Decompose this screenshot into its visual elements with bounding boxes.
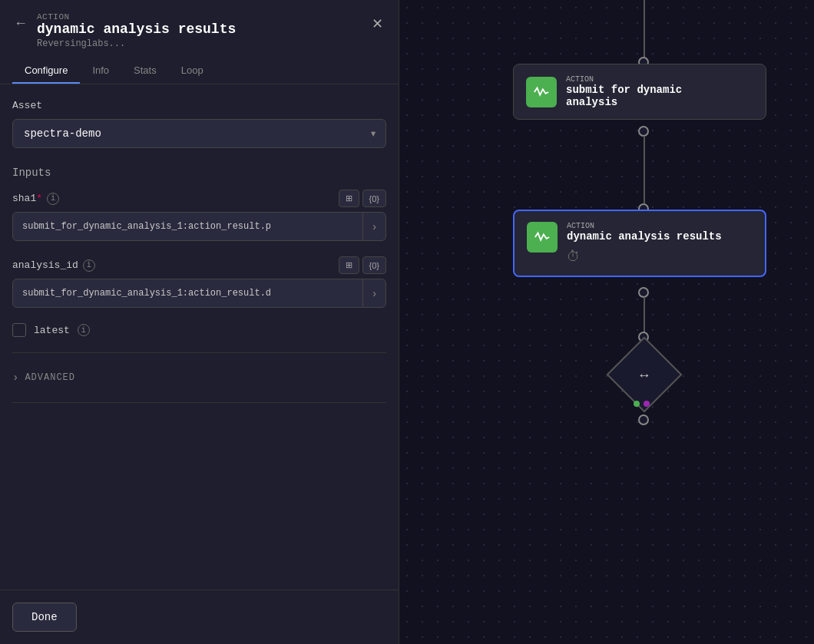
advanced-label: ADVANCED	[25, 372, 75, 383]
clock-icon: ⏱	[567, 249, 722, 265]
dot-purple	[644, 401, 650, 407]
analysis-id-input[interactable]	[13, 280, 362, 306]
connector-bottom	[644, 297, 645, 335]
analysis-id-pipe-button[interactable]: ⊞	[339, 256, 359, 274]
connector-dot-mid3	[638, 287, 649, 298]
latest-checkbox-row: latest i	[12, 323, 386, 337]
node-submit-text: ACTION submit for dynamicanalysis	[566, 75, 682, 108]
analysis-id-template-button[interactable]: {0}	[362, 256, 386, 274]
waveform-icon-2	[534, 229, 551, 246]
sha1-label: sha1*	[12, 193, 42, 204]
back-button[interactable]: ←	[12, 14, 29, 33]
page-title: dynamic analysis results	[37, 21, 236, 37]
connector-top	[644, 0, 645, 63]
node-results-action-label: ACTION	[567, 222, 722, 230]
connector-dot-diamond-bottom	[638, 414, 649, 425]
panel-footer: Done	[0, 590, 399, 644]
analysis-id-info-icon[interactable]: i	[83, 259, 95, 272]
advanced-row[interactable]: › ADVANCED	[12, 368, 386, 387]
tab-stats[interactable]: Stats	[121, 58, 169, 84]
panel-body: Asset spectra-demo ▾ Inputs sha1* i ⊞ {0…	[0, 84, 399, 590]
diamond-dots	[634, 401, 650, 407]
sha1-field-wrapper: ›	[12, 212, 386, 241]
analysis-id-expand-button[interactable]: ›	[362, 279, 385, 307]
latest-checkbox[interactable]	[12, 323, 26, 337]
asset-select-wrapper: spectra-demo ▾	[12, 119, 386, 148]
node-results-text: ACTION dynamic analysis results ⏱	[567, 222, 722, 265]
latest-label: latest	[34, 325, 70, 336]
sha1-input[interactable]	[13, 213, 362, 239]
tab-configure[interactable]: Configure	[12, 58, 80, 84]
sha1-pipe-button[interactable]: ⊞	[339, 190, 359, 207]
action-label: ACTION	[37, 12, 236, 21]
node-results[interactable]: ACTION dynamic analysis results ⏱	[513, 210, 766, 277]
tab-loop[interactable]: Loop	[169, 58, 216, 84]
node-submit-icon	[526, 77, 557, 107]
canvas-panel: ACTION submit for dynamicanalysis ACTION…	[399, 0, 814, 644]
analysis-id-field-wrapper: ›	[12, 279, 386, 308]
divider-2	[12, 402, 386, 403]
analysis-id-input-group: analysis_id i ⊞ {0} ›	[12, 256, 386, 308]
sha1-template-button[interactable]: {0}	[362, 190, 386, 207]
sha1-expand-button[interactable]: ›	[362, 213, 385, 240]
chevron-right-icon: ›	[12, 372, 18, 384]
sha1-info-icon[interactable]: i	[47, 193, 59, 205]
connector-mid	[644, 136, 645, 203]
inputs-label: Inputs	[12, 167, 386, 179]
analysis-id-label: analysis_id	[12, 259, 78, 271]
close-button[interactable]: ✕	[369, 12, 386, 35]
panel-header: ← ACTION dynamic analysis results Revers…	[0, 0, 399, 84]
connector-dot-mid1	[638, 126, 649, 137]
node-results-title: dynamic analysis results	[567, 230, 722, 243]
dot-green	[634, 401, 640, 407]
latest-info-icon[interactable]: i	[78, 324, 90, 336]
asset-label: Asset	[12, 100, 386, 111]
node-submit-action-label: ACTION	[566, 75, 682, 84]
canvas-content: ACTION submit for dynamicanalysis ACTION…	[399, 0, 814, 644]
left-panel: ← ACTION dynamic analysis results Revers…	[0, 0, 399, 644]
divider-1	[12, 352, 386, 353]
node-submit-title: submit for dynamicanalysis	[566, 84, 682, 108]
done-button[interactable]: Done	[12, 603, 77, 632]
node-results-icon	[527, 222, 558, 253]
asset-select[interactable]: spectra-demo	[12, 119, 386, 148]
tab-info[interactable]: Info	[80, 58, 121, 84]
header-subtitle: Reversinglabs...	[37, 38, 236, 49]
branch-icon: ↔	[633, 364, 656, 387]
tab-bar: Configure Info Stats Loop	[12, 58, 386, 84]
node-submit[interactable]: ACTION submit for dynamicanalysis	[513, 64, 766, 120]
sha1-input-group: sha1* i ⊞ {0} ›	[12, 190, 386, 241]
title-group: ACTION dynamic analysis results Reversin…	[37, 12, 236, 49]
waveform-icon	[533, 84, 550, 101]
